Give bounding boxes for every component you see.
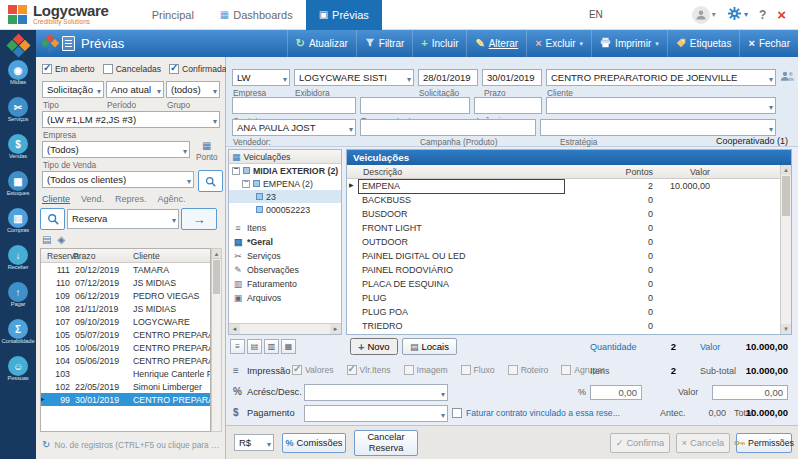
cliente-secondary-select[interactable]: [546, 97, 776, 114]
veiculacao-pontos[interactable]: 0: [564, 195, 658, 205]
veiculacao-descricao[interactable]: TRIEDRO: [359, 320, 564, 333]
scroll-up-icon[interactable]: ▲: [781, 165, 791, 175]
reserva-row[interactable]: 105 10/06/2019 CENTRO PREPARAT: [41, 341, 210, 354]
client-search-button[interactable]: [198, 170, 223, 192]
close-app-button[interactable]: ×: [777, 7, 786, 22]
tree-node-000052223[interactable]: 000052223: [229, 203, 341, 216]
scroll-left-icon[interactable]: ◂: [229, 324, 240, 334]
search-type-select[interactable]: Reserva: [67, 209, 179, 229]
user-menu[interactable]: ▾: [692, 6, 716, 24]
language-selector[interactable]: EN: [589, 9, 603, 20]
pagamento-select[interactable]: [304, 405, 448, 422]
scroll-up-icon[interactable]: ▲: [212, 249, 221, 259]
tree-section[interactable]: ▣ Arquivos: [229, 291, 341, 305]
veiculacao-descricao[interactable]: OUTDOOR: [359, 236, 564, 249]
nav-principal[interactable]: Principal: [139, 0, 207, 30]
cliente-select[interactable]: CENTRO PREPARATORIO DE JOENVILLE: [546, 69, 776, 86]
veiculacao-row[interactable]: PLUG POA 0: [347, 305, 791, 319]
veiculacao-pontos[interactable]: 2: [564, 181, 658, 191]
veiculacao-pontos[interactable]: 0: [564, 279, 658, 289]
nav-dashboards[interactable]: ▦ Dashboards: [207, 0, 306, 30]
veiculacao-row[interactable]: BUSDOOR 0: [347, 207, 791, 221]
veiculacao-descricao[interactable]: PAINEL DIGITAL OU LED: [359, 250, 564, 263]
veiculacao-row[interactable]: PAINEL DIGITAL OU LED 0: [347, 249, 791, 263]
reservas-scrollbar[interactable]: ▲: [211, 248, 222, 432]
veiculacao-pontos[interactable]: 0: [564, 237, 658, 247]
print-button[interactable]: Imprimir ▾: [591, 30, 667, 57]
print-option-checkbox[interactable]: Fluxo: [461, 365, 495, 375]
sidebar-item[interactable]: $ Vendas: [0, 134, 36, 171]
veiculacao-pontos[interactable]: 0: [564, 251, 658, 261]
entity-tab[interactable]: Vend.: [81, 194, 104, 204]
veiculacao-descricao[interactable]: PLACA DE ESQUINA: [359, 278, 564, 291]
veiculacao-pontos[interactable]: 0: [564, 223, 658, 233]
sidebar-item[interactable]: ☺ Pessoas: [0, 356, 36, 393]
acresc-select[interactable]: [304, 384, 448, 401]
faturar-checkbox[interactable]: [452, 408, 462, 418]
sidebar-item[interactable]: ▦ Estoques: [0, 171, 36, 208]
veiculacao-descricao[interactable]: PLUG: [359, 292, 564, 305]
tree-node-midia-exterior[interactable]: MIDIA EXTERIOR (2): [229, 164, 341, 177]
grid2-icon[interactable]: ▥: [264, 339, 279, 354]
permissoes-button[interactable]: Permissões: [736, 433, 792, 453]
tree-section[interactable]: ✂ Serviços: [229, 249, 341, 263]
veiculacao-row[interactable]: FRONT LIGHT 0: [347, 221, 791, 235]
list-icon[interactable]: ≡: [230, 339, 245, 354]
scroll-right-icon[interactable]: ▸: [330, 324, 341, 334]
status-filter-checkbox[interactable]: Em aberto: [42, 64, 95, 74]
agencia-field[interactable]: [474, 97, 542, 114]
novo-button[interactable]: + Novo: [350, 338, 398, 355]
record-count-note[interactable]: ↻ No. de registros (CTRL+F5 ou clique pa…: [42, 439, 222, 450]
tipo-select[interactable]: Solicitação: [42, 81, 104, 98]
col-pontos[interactable]: Pontos: [564, 167, 658, 177]
print-option-checkbox[interactable]: Vlr.Itens: [347, 365, 391, 375]
delete-button[interactable]: × Excluir ▾: [526, 30, 591, 57]
scroll-down-icon[interactable]: ▼: [781, 324, 791, 334]
help-button[interactable]: ?: [759, 8, 766, 22]
grid1-icon[interactable]: ▤: [247, 339, 262, 354]
tree-section[interactable]: ≡ Itens: [229, 221, 341, 235]
faturar-label[interactable]: Faturar contrato vinculado a essa rese..…: [466, 408, 654, 418]
add-button[interactable]: + Incluir: [412, 30, 466, 57]
ponto-control[interactable]: ▦ Ponto: [196, 141, 218, 162]
entity-tab[interactable]: Cliente: [42, 194, 70, 204]
modules-icon[interactable]: [6, 33, 30, 57]
scroll-thumb[interactable]: [213, 260, 220, 294]
locais-button[interactable]: ▤ Locais: [402, 338, 457, 355]
veiculacao-descricao[interactable]: EMPENA: [359, 180, 564, 193]
reserva-row[interactable]: 99 30/01/2019 CENTRO PREPARAT: [41, 393, 210, 406]
veiculacao-row[interactable]: PAINEL RODOVIÁRIO 0: [347, 263, 791, 277]
tree-node-empena[interactable]: EMPENA (2): [229, 177, 341, 190]
reserva-row[interactable]: 105 05/07/2019 CENTRO PREPARAT: [41, 328, 210, 341]
veiculacao-pontos[interactable]: 0: [564, 321, 658, 331]
tree-hscrollbar[interactable]: ◂ ▸: [229, 323, 341, 334]
refresh-button[interactable]: ↻ Atualizar: [287, 30, 356, 57]
reservas-header[interactable]: Reserva Prazo Cliente: [41, 249, 210, 263]
collapse-icon[interactable]: [232, 167, 240, 175]
vendedor-select[interactable]: ANA PAULA JOST: [232, 119, 356, 136]
clientes-select[interactable]: (Todos os clientes): [42, 171, 194, 188]
veiculacao-descricao[interactable]: BUSDOOR: [359, 208, 564, 221]
veiculacao-pontos[interactable]: 0: [564, 209, 658, 219]
reserva-row[interactable]: 110 07/12/2019 JS MIDIAS: [41, 276, 210, 289]
edit-button[interactable]: ✎ Alterar: [466, 30, 526, 57]
prazo-date-field[interactable]: 30/01/2019: [482, 69, 542, 86]
grid3-icon[interactable]: ▦: [281, 339, 296, 354]
cancela-button[interactable]: × Cancela: [676, 433, 730, 453]
reserva-row[interactable]: 104 05/06/2019 CENTRO PREPARAT: [41, 354, 210, 367]
cancelar-reserva-button[interactable]: Cancelar Reserva: [354, 430, 418, 456]
reserva-row[interactable]: 109 06/12/2019 PEDRO VIEGAS: [41, 289, 210, 302]
empresa-select[interactable]: LW: [232, 69, 290, 86]
valor-field[interactable]: 0,00: [712, 385, 788, 400]
col-prazo[interactable]: Prazo: [73, 251, 131, 261]
reserva-row[interactable]: 108 21/11/2019 JS MIDIAS: [41, 302, 210, 315]
sidebar-item[interactable]: ▥ Compras: [0, 208, 36, 245]
veiculacao-descricao[interactable]: FRONT LIGHT: [359, 222, 564, 235]
veiculacao-row[interactable]: PLUG 0: [347, 291, 791, 305]
copy-icon[interactable]: ▤: [42, 234, 51, 245]
solicitacao-date-field[interactable]: 28/01/2019: [418, 69, 478, 86]
veiculacao-row[interactable]: TRIEDRO 0: [347, 319, 791, 333]
status-filter-checkbox[interactable]: Confirmadas: [169, 64, 231, 74]
go-button[interactable]: →: [181, 208, 217, 230]
veiculacao-pontos[interactable]: 0: [564, 265, 658, 275]
